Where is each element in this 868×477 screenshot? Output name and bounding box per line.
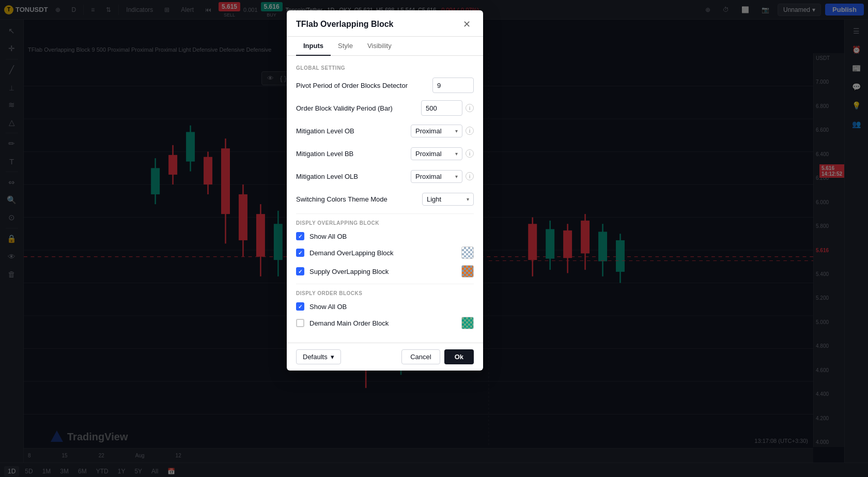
theme-mode-dropdown[interactable]: Light ▾ xyxy=(422,193,474,206)
modal-close-btn[interactable]: ✕ xyxy=(460,18,474,31)
modal-title: TFlab Overlapping Block xyxy=(296,20,393,29)
tflab-modal: TFlab Overlapping Block ✕ Inputs Style V… xyxy=(287,10,483,371)
mitigation-ob-dropdown[interactable]: Proximal ▾ xyxy=(411,125,462,137)
theme-mode-label: Switching Colors Theme Mode xyxy=(296,195,422,203)
tab-style-label: Style xyxy=(338,42,353,50)
defaults-label: Defaults xyxy=(303,353,328,361)
mitigation-ob-control: Proximal ▾ i xyxy=(411,125,474,137)
order-blocks-section-label: DISPLY ORDER BLOCKS xyxy=(296,290,474,296)
tab-style[interactable]: Style xyxy=(331,37,360,56)
demand-overlapping-swatch[interactable] xyxy=(461,247,474,259)
mitigation-bb-info[interactable]: i xyxy=(466,149,474,158)
mitigation-olb-control: Proximal ▾ i xyxy=(411,170,474,183)
chevron-down-icon3: ▾ xyxy=(455,174,458,179)
theme-mode-row: Switching Colors Theme Mode Light ▾ xyxy=(296,191,474,207)
ok-btn[interactable]: Ok xyxy=(444,349,474,364)
defaults-btn[interactable]: Defaults ▾ xyxy=(296,349,341,364)
supply-overlapping-row: ✓ Supply OverLapping Block xyxy=(296,265,474,278)
mitigation-bb-value: Proximal xyxy=(415,150,442,158)
ob-validity-input[interactable] xyxy=(421,100,462,116)
show-all-ob-order-blocks-row: ✓ Show All OB xyxy=(296,302,474,311)
tab-visibility-label: Visibility xyxy=(367,42,392,50)
demand-main-ob-checkbox[interactable] xyxy=(296,319,304,327)
chevron-down-icon4: ▾ xyxy=(467,196,469,202)
checkbox-check-icon3: ✓ xyxy=(298,269,302,274)
chevron-down-icon2: ▾ xyxy=(455,151,458,157)
show-all-ob-overlapping-label: Show All OB xyxy=(309,233,474,240)
mitigation-bb-label: Mitigation Level BB xyxy=(296,150,411,158)
defaults-chevron: ▾ xyxy=(331,353,334,361)
mitigation-ob-info[interactable]: i xyxy=(466,127,474,135)
demand-overlapping-checkbox[interactable]: ✓ xyxy=(296,249,304,257)
cancel-btn[interactable]: Cancel xyxy=(401,349,440,364)
mitigation-ob-row: Mitigation Level OB Proximal ▾ i xyxy=(296,122,474,139)
pivot-period-input[interactable] xyxy=(432,78,474,93)
mitigation-olb-label: Mitigation Level OLB xyxy=(296,173,411,180)
demand-main-ob-row: Demand Main Order Block xyxy=(296,317,474,329)
mitigation-olb-dropdown[interactable]: Proximal ▾ xyxy=(411,170,462,183)
pivot-period-label: Pivot Period of Order Blocks Detector xyxy=(296,82,432,89)
section-divider-1 xyxy=(296,213,474,214)
mitigation-olb-value: Proximal xyxy=(415,173,442,180)
theme-mode-control: Light ▾ xyxy=(422,193,474,206)
supply-overlapping-checkbox[interactable]: ✓ xyxy=(296,267,304,275)
show-all-ob-overlapping-checkbox[interactable]: ✓ xyxy=(296,232,304,240)
show-all-ob-order-blocks-label: Show All OB xyxy=(309,303,474,311)
checkbox-check-icon4: ✓ xyxy=(298,304,302,310)
mitigation-olb-row: Mitigation Level OLB Proximal ▾ i xyxy=(296,168,474,184)
demand-main-ob-label: Demand Main Order Block xyxy=(309,319,456,327)
ob-validity-control: i xyxy=(421,100,474,116)
tab-inputs-label: Inputs xyxy=(303,42,323,50)
demand-overlapping-label: Demand OverLapping Block xyxy=(309,249,456,257)
ob-validity-label: Order Block Validity Period (Bar) xyxy=(296,104,421,112)
checkbox-check-icon: ✓ xyxy=(298,234,302,239)
mitigation-bb-dropdown[interactable]: Proximal ▾ xyxy=(411,147,462,160)
modal-overlay: TFlab Overlapping Block ✕ Inputs Style V… xyxy=(0,0,868,477)
mitigation-olb-info[interactable]: i xyxy=(466,172,474,180)
demand-main-ob-swatch[interactable] xyxy=(461,317,474,329)
mitigation-ob-label: Mitigation Level OB xyxy=(296,127,411,135)
supply-overlapping-swatch[interactable] xyxy=(461,265,474,278)
overlapping-section-label: DISPLY OVERLAPPING BLOCK xyxy=(296,220,474,226)
theme-mode-value: Light xyxy=(427,195,441,203)
pivot-period-control xyxy=(432,78,474,93)
modal-body: GLOBAL SETTING Pivot Period of Order Blo… xyxy=(287,56,483,343)
tab-visibility[interactable]: Visibility xyxy=(360,37,399,56)
show-all-ob-overlapping-row: ✓ Show All OB xyxy=(296,232,474,240)
mitigation-ob-value: Proximal xyxy=(415,127,442,135)
global-section-label: GLOBAL SETTING xyxy=(296,65,474,71)
tab-inputs[interactable]: Inputs xyxy=(296,37,331,56)
section-divider-2 xyxy=(296,284,474,284)
ob-validity-row: Order Block Validity Period (Bar) i xyxy=(296,100,474,116)
modal-footer: Defaults ▾ Cancel Ok xyxy=(287,343,483,371)
footer-right: Cancel Ok xyxy=(401,349,474,364)
mitigation-bb-control: Proximal ▾ i xyxy=(411,147,474,160)
checkbox-check-icon2: ✓ xyxy=(298,250,302,256)
ob-validity-info[interactable]: i xyxy=(466,104,474,112)
modal-header: TFlab Overlapping Block ✕ xyxy=(287,10,483,37)
demand-overlapping-row: ✓ Demand OverLapping Block xyxy=(296,247,474,259)
chevron-down-icon: ▾ xyxy=(455,128,458,134)
modal-tabs: Inputs Style Visibility xyxy=(287,37,483,56)
show-all-ob-order-blocks-checkbox[interactable]: ✓ xyxy=(296,302,304,311)
mitigation-bb-row: Mitigation Level BB Proximal ▾ i xyxy=(296,145,474,162)
pivot-period-row: Pivot Period of Order Blocks Detector xyxy=(296,77,474,94)
supply-overlapping-label: Supply OverLapping Block xyxy=(309,268,456,275)
